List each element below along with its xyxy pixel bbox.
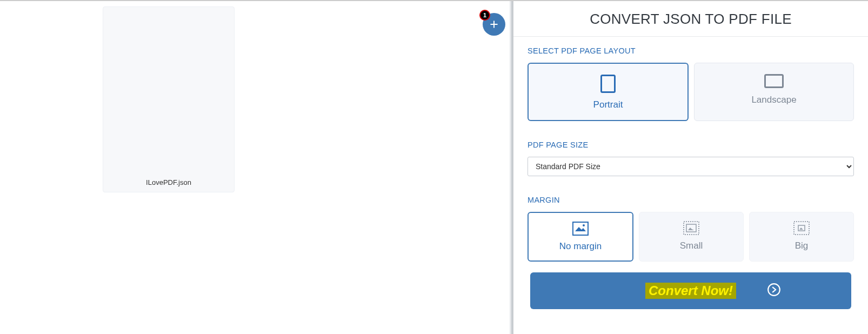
svg-rect-6: [686, 224, 696, 232]
workspace: ILovePDF.json 1: [0, 1, 511, 334]
no-margin-icon: [534, 222, 627, 236]
file-name: ILovePDF.json: [103, 174, 234, 192]
svg-rect-1: [765, 75, 783, 88]
margin-option-small[interactable]: Small: [639, 212, 744, 262]
svg-point-4: [583, 224, 585, 226]
convert-button-label: Convert Now!: [645, 283, 736, 299]
landscape-icon: [700, 74, 848, 88]
margin-option-label: Small: [645, 241, 738, 251]
portrait-icon: [534, 75, 682, 93]
svg-point-11: [768, 284, 780, 296]
layout-option-landscape[interactable]: Landscape: [694, 63, 854, 121]
layout-option-label: Landscape: [700, 95, 848, 105]
layout-option-label: Portrait: [534, 99, 682, 110]
file-thumbnail[interactable]: ILovePDF.json: [103, 6, 235, 192]
layout-option-portrait[interactable]: Portrait: [528, 63, 689, 121]
svg-marker-10: [799, 228, 803, 230]
layout-section-label: SELECT PDF PAGE LAYOUT: [528, 46, 854, 55]
file-count-badge: 1: [479, 10, 490, 21]
small-margin-icon: [645, 221, 738, 235]
size-section-label: PDF PAGE SIZE: [528, 141, 854, 149]
arrow-right-circle-icon: [767, 283, 781, 299]
margin-option-label: No margin: [534, 241, 627, 252]
pdf-size-select[interactable]: Standard PDF Size: [528, 157, 854, 176]
svg-marker-3: [575, 227, 586, 231]
file-preview: [103, 7, 234, 174]
margin-option-big[interactable]: Big: [749, 212, 854, 262]
convert-button[interactable]: Convert Now!: [530, 272, 851, 309]
margin-option-label: Big: [755, 241, 848, 251]
big-margin-icon: [755, 221, 848, 235]
svg-rect-0: [602, 76, 615, 92]
svg-marker-7: [688, 228, 694, 230]
panel-title: CONVERT JSON TO PDF FILE: [513, 1, 868, 37]
svg-rect-5: [684, 222, 699, 235]
add-file-button[interactable]: 1: [483, 13, 505, 36]
plus-icon: [489, 19, 499, 30]
options-panel: CONVERT JSON TO PDF FILE SELECT PDF PAGE…: [511, 1, 868, 334]
margin-option-none[interactable]: No margin: [528, 212, 633, 262]
margin-section-label: MARGIN: [528, 196, 854, 204]
